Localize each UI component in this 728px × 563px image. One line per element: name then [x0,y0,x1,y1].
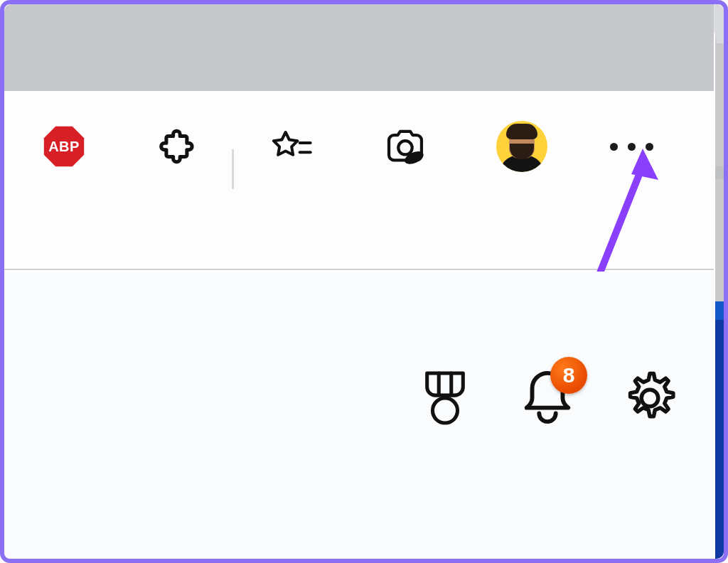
svg-point-3 [398,141,412,154]
profile-avatar-icon [496,121,547,172]
toolbar-separator [232,149,234,189]
favorites-button[interactable] [270,125,313,168]
favorites-icon [270,125,313,168]
svg-point-9 [432,398,457,423]
browser-toolbar: ABP [4,91,714,270]
extensions-button[interactable] [154,125,196,168]
extensions-icon [154,126,196,167]
svg-point-10 [641,390,658,407]
screenshot-button[interactable] [384,125,427,168]
svg-marker-0 [44,127,84,166]
page-content-area: 8 [4,272,714,559]
more-menu-button[interactable] [610,125,653,168]
screenshot-icon [384,126,427,167]
gear-icon [621,369,678,427]
rewards-medal-icon [419,369,471,427]
abp-icon [43,123,85,170]
adblock-extension-button[interactable]: ABP [43,125,85,168]
more-menu-icon [610,143,653,151]
window-right-edge [715,4,724,559]
rewards-button[interactable] [417,370,473,427]
tab-strip [4,4,714,91]
settings-button[interactable] [621,370,678,427]
notifications-button[interactable]: 8 [519,370,576,427]
notifications-badge: 8 [550,357,587,394]
profile-button[interactable] [493,118,550,175]
